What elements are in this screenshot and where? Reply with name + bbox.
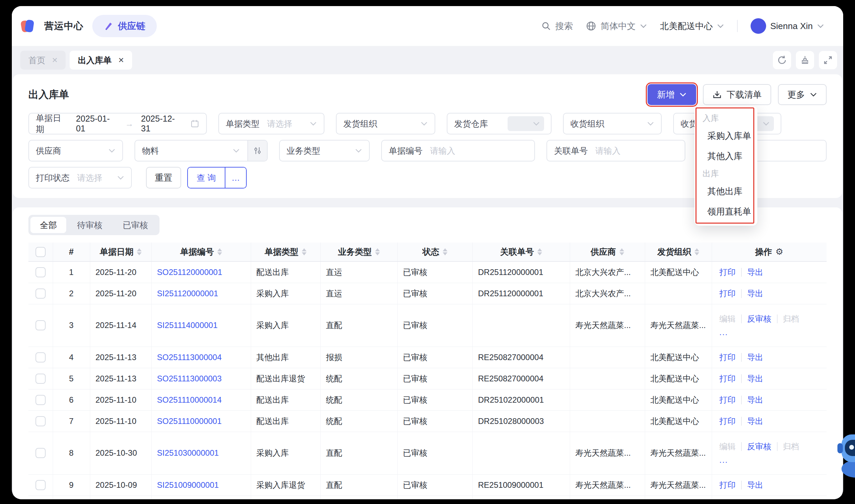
- status-tab[interactable]: 全部: [31, 217, 66, 233]
- reset-button[interactable]: 重置: [146, 167, 181, 188]
- column-settings-icon[interactable]: ⚙: [776, 247, 783, 257]
- language-switcher[interactable]: 简体中文: [586, 20, 647, 32]
- status: 已审核: [397, 346, 473, 368]
- export-action[interactable]: 导出: [747, 395, 763, 406]
- fullscreen-button[interactable]: [819, 51, 837, 69]
- sort-icons[interactable]: [620, 248, 624, 255]
- row-checkbox[interactable]: [35, 288, 46, 299]
- print-action[interactable]: 打印: [719, 373, 736, 384]
- menu-item[interactable]: 其他出库: [694, 181, 757, 201]
- doc-date: 2025-11-20: [90, 262, 152, 283]
- filter-recv-org[interactable]: 收货组织: [563, 113, 662, 134]
- sort-icons[interactable]: [137, 248, 142, 255]
- row-checkbox[interactable]: [35, 416, 46, 426]
- menu-item[interactable]: 采购入库单: [694, 126, 757, 146]
- tab-home[interactable]: 首页 ×: [20, 51, 66, 70]
- sort-icons[interactable]: [217, 248, 222, 255]
- print-action[interactable]: 打印: [719, 288, 736, 299]
- chevron-down-icon: [717, 24, 724, 29]
- sort-icons[interactable]: [694, 248, 699, 255]
- doc-code-link[interactable]: SI251120000001: [157, 289, 218, 298]
- unaudit-action[interactable]: 反审核: [747, 441, 771, 452]
- close-icon[interactable]: ×: [118, 55, 124, 65]
- sort-icons[interactable]: [375, 248, 380, 255]
- menu-item[interactable]: 领用直耗单: [694, 201, 757, 221]
- doc-code-link[interactable]: SO251110000001: [157, 416, 222, 426]
- export-action[interactable]: 导出: [747, 288, 763, 299]
- refresh-button[interactable]: [773, 51, 791, 69]
- action-divider: [741, 374, 742, 383]
- assistant-mascot[interactable]: [833, 428, 855, 479]
- status-tab[interactable]: 已审核: [113, 217, 158, 233]
- query-button[interactable]: 查 询: [188, 167, 225, 188]
- doc-code-link[interactable]: SO251110000014: [157, 395, 222, 404]
- global-search[interactable]: 搜索: [541, 20, 573, 32]
- doc-code-link[interactable]: SO251120000001: [157, 268, 222, 277]
- sort-icons[interactable]: [302, 248, 306, 255]
- export-action[interactable]: 导出: [747, 267, 763, 278]
- supplier: [570, 410, 645, 432]
- export-action[interactable]: 导出: [747, 416, 763, 427]
- row-index: 5: [53, 368, 90, 389]
- doc-code-link[interactable]: SI251114000001: [157, 321, 218, 330]
- filter-doc-type[interactable]: 单据类型 请选择: [218, 113, 324, 134]
- export-action[interactable]: 导出: [747, 373, 763, 384]
- row-checkbox[interactable]: [35, 480, 46, 490]
- download-list-button[interactable]: 下载清单: [703, 84, 771, 105]
- status-tab[interactable]: 待审核: [68, 217, 112, 233]
- filter-doc-date[interactable]: 单据日期 2025-01-01 → 2025-12-31: [29, 113, 207, 134]
- tab-stock-orders[interactable]: 出入库单 ×: [70, 51, 132, 70]
- filter-print-status[interactable]: 打印状态 请选择: [29, 167, 132, 188]
- print-action[interactable]: 打印: [719, 395, 736, 406]
- row-checkbox[interactable]: [35, 374, 46, 384]
- more-actions[interactable]: ...: [719, 328, 820, 337]
- app-tab-supply-chain[interactable]: 供应链: [92, 15, 157, 37]
- archive-action: 归档: [783, 441, 799, 452]
- action-divider: [777, 314, 778, 323]
- org-switcher[interactable]: 北美配送中心: [660, 20, 724, 32]
- filter-related-code[interactable]: 关联单号 请输入: [547, 140, 685, 161]
- row-checkbox[interactable]: [35, 352, 46, 362]
- query-more-button[interactable]: …: [225, 167, 246, 188]
- sort-icons[interactable]: [537, 248, 542, 255]
- print-action[interactable]: 打印: [719, 416, 736, 427]
- print-action[interactable]: 打印: [719, 352, 736, 363]
- clear-cache-button[interactable]: [796, 51, 814, 69]
- add-button[interactable]: 新增: [647, 84, 696, 105]
- divider: [737, 20, 738, 32]
- export-action[interactable]: 导出: [747, 352, 763, 363]
- row-checkbox[interactable]: [35, 448, 46, 458]
- row-checkbox[interactable]: [35, 395, 46, 405]
- row-checkbox[interactable]: [35, 320, 46, 330]
- filter-doc-code[interactable]: 单据编号 请输入: [381, 140, 535, 161]
- chevron-down-icon: [108, 148, 115, 153]
- more-actions[interactable]: ...: [719, 455, 820, 465]
- close-icon[interactable]: ×: [52, 55, 57, 65]
- menu-item[interactable]: 其他入库: [694, 146, 757, 166]
- more-button[interactable]: 更多: [778, 84, 826, 105]
- filter-supplier[interactable]: 供应商: [29, 140, 123, 161]
- print-action[interactable]: 打印: [719, 480, 736, 490]
- row-checkbox-cell: [29, 283, 53, 304]
- archive-action: 归档: [783, 313, 799, 324]
- doc-code-link[interactable]: SO251113000004: [157, 353, 222, 362]
- sort-icons[interactable]: [443, 248, 447, 255]
- print-action[interactable]: 打印: [719, 267, 736, 278]
- filter-ship-warehouse[interactable]: 发货仓库: [447, 113, 552, 134]
- row-actions: 打印导出: [712, 410, 826, 432]
- doc-code-link[interactable]: SI251030000001: [157, 448, 219, 457]
- select-all-checkbox[interactable]: [35, 247, 46, 257]
- unaudit-action[interactable]: 反审核: [747, 313, 771, 324]
- filter-material[interactable]: 物料: [135, 140, 267, 161]
- row-checkbox[interactable]: [35, 267, 46, 277]
- user-menu[interactable]: Sienna Xin: [751, 18, 824, 34]
- doc-code-link[interactable]: SO251113000003: [157, 374, 222, 383]
- filter-ship-org[interactable]: 发货组织: [336, 113, 435, 134]
- export-action[interactable]: 导出: [747, 480, 763, 490]
- doc-code-link[interactable]: SI251009000001: [157, 480, 219, 489]
- chevron-down-icon: [679, 92, 687, 97]
- material-advanced-button[interactable]: [247, 141, 267, 161]
- row-actions: 打印导出: [712, 346, 826, 368]
- table-row: 82025-10-30SI251030000001采购入库直配已审核寿光天然蔬菜…: [29, 432, 826, 474]
- filter-biz-type[interactable]: 业务类型: [279, 140, 370, 161]
